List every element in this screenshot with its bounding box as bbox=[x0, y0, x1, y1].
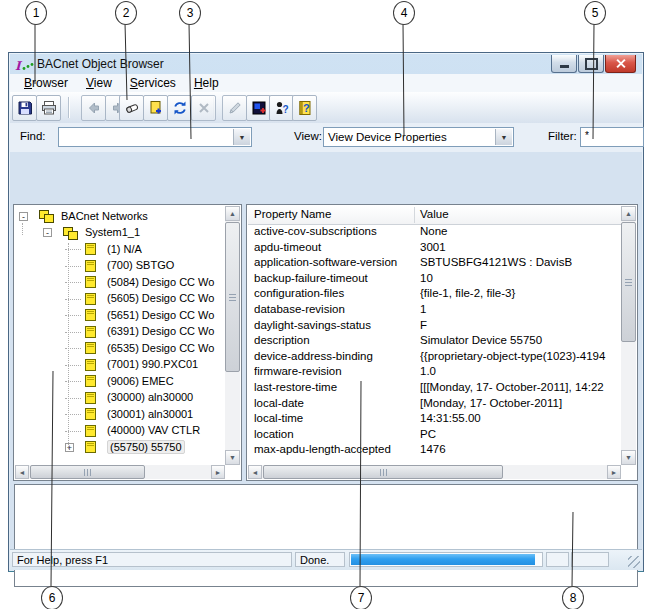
property-vertical-scrollbar[interactable]: ▲ ▼ bbox=[621, 206, 636, 465]
property-name-cell: local-date bbox=[254, 397, 412, 409]
tree-item[interactable]: (5084) Desigo CC Wo bbox=[15, 274, 225, 291]
device-icon bbox=[85, 359, 96, 371]
tree-item[interactable]: -BACnet Networks bbox=[15, 208, 225, 225]
chevron-down-icon[interactable]: ▼ bbox=[233, 129, 250, 145]
tree-item[interactable]: (1) N/A bbox=[15, 241, 225, 258]
tree-item[interactable]: (700) SBTGO bbox=[15, 258, 225, 275]
property-value-cell: [Monday, 17- October-2011] bbox=[420, 397, 619, 409]
view-combo[interactable]: View Device Properties ▼ bbox=[323, 127, 514, 147]
column-header-property-name[interactable]: Property Name bbox=[254, 208, 331, 220]
scroll-down-icon[interactable]: ▼ bbox=[225, 450, 240, 465]
close-button[interactable] bbox=[605, 55, 636, 73]
minimize-button[interactable] bbox=[551, 55, 577, 73]
save-button[interactable] bbox=[12, 95, 37, 121]
resize-grip[interactable] bbox=[628, 556, 640, 568]
menu-services[interactable]: Services bbox=[121, 74, 185, 92]
property-row[interactable]: device-address-binding{{proprietary-obje… bbox=[248, 349, 621, 365]
column-divider[interactable] bbox=[414, 207, 415, 223]
tree-hscroll-thumb[interactable] bbox=[30, 465, 145, 479]
chevron-down-icon[interactable]: ▼ bbox=[495, 129, 512, 145]
tree-guide bbox=[68, 243, 69, 449]
property-row[interactable]: local-time14:31:55.00 bbox=[248, 411, 621, 427]
add-object-button[interactable] bbox=[143, 95, 168, 121]
screenshot-canvas: 1 2 3 4 5 6 7 8 I BACnet Object Browser … bbox=[0, 0, 650, 609]
tree-item-label: (6391) Desigo CC Wo bbox=[107, 325, 214, 337]
status-bar: For Help, press F1 Done. bbox=[10, 549, 642, 570]
print-icon bbox=[41, 100, 57, 116]
print-button[interactable] bbox=[36, 95, 61, 121]
maximize-button[interactable] bbox=[578, 55, 604, 73]
context-help-button[interactable]: ? bbox=[269, 95, 294, 121]
toolbar-separator bbox=[68, 97, 70, 118]
property-row[interactable]: apdu-timeout3001 bbox=[248, 240, 621, 256]
tree-item[interactable]: (5605) Desigo CC Wo bbox=[15, 291, 225, 308]
app-window: I BACnet Object Browser BrowserViewServi… bbox=[8, 52, 644, 572]
tree-item[interactable]: (7001) 990.PXC01 bbox=[15, 357, 225, 374]
tree-item[interactable]: -System1_1 bbox=[15, 225, 225, 242]
tree-item-label: (30000) aln30000 bbox=[107, 391, 193, 403]
refresh-button[interactable] bbox=[167, 95, 192, 121]
progress-fill bbox=[351, 554, 535, 565]
close-icon bbox=[615, 58, 626, 69]
filter-input[interactable]: * bbox=[580, 127, 644, 147]
property-value-cell: 3001 bbox=[420, 241, 619, 253]
property-rows: active-cov-subscriptionsNoneapdu-timeout… bbox=[248, 224, 621, 465]
find-combo[interactable]: ▼ bbox=[58, 127, 252, 147]
tree-item[interactable]: (6391) Desigo CC Wo bbox=[15, 324, 225, 341]
scroll-down-icon[interactable]: ▼ bbox=[621, 450, 636, 465]
property-horizontal-scrollbar[interactable]: ◄ ► bbox=[248, 465, 621, 479]
property-value-cell: {{proprietary-object-type(1023)-4194 bbox=[420, 350, 619, 362]
tree-item[interactable]: (30000) aln30000 bbox=[15, 390, 225, 407]
tree-item[interactable]: (5651) Desigo CC Wo bbox=[15, 307, 225, 324]
property-row[interactable]: configuration-files{file-1, file-2, file… bbox=[248, 286, 621, 302]
tree-item-label: (5084) Desigo CC Wo bbox=[107, 276, 214, 288]
menu-browser[interactable]: Browser bbox=[15, 74, 77, 92]
column-header-value[interactable]: Value bbox=[420, 208, 449, 220]
scroll-right-icon[interactable]: ► bbox=[211, 465, 225, 479]
help-topics-button[interactable]: ? bbox=[292, 95, 317, 121]
tree-item[interactable]: (6535) Desigo CC Wo bbox=[15, 340, 225, 357]
property-row[interactable]: locationPC bbox=[248, 427, 621, 443]
property-row[interactable]: application-software-versionSBTUSBFG4121… bbox=[248, 255, 621, 271]
minimize-icon bbox=[560, 65, 569, 68]
scroll-right-icon[interactable]: ► bbox=[607, 465, 621, 479]
property-name-cell: max-apdu-length-accepted bbox=[254, 443, 412, 455]
tree-item-label: (30001) aln30001 bbox=[107, 408, 193, 420]
property-row[interactable]: backup-failure-timeout10 bbox=[248, 271, 621, 287]
property-row[interactable]: database-revision1 bbox=[248, 302, 621, 318]
menu-view[interactable]: View bbox=[77, 74, 121, 92]
device-icon bbox=[85, 425, 96, 437]
property-row[interactable]: max-apdu-length-accepted1476 bbox=[248, 442, 621, 458]
callout-3: 3 bbox=[179, 1, 201, 25]
property-row[interactable]: local-date[Monday, 17- October-2011] bbox=[248, 396, 621, 412]
property-value-cell: PC bbox=[420, 428, 619, 440]
property-row[interactable]: descriptionSimulator Device 55750 bbox=[248, 333, 621, 349]
property-row[interactable]: active-cov-subscriptionsNone bbox=[248, 224, 621, 240]
menu-help[interactable]: Help bbox=[185, 74, 228, 92]
tree-vertical-scrollbar[interactable]: ▲ ▼ bbox=[225, 206, 240, 465]
property-value-cell: 1476 bbox=[420, 443, 619, 455]
scroll-up-icon[interactable]: ▲ bbox=[621, 206, 636, 221]
scroll-up-icon[interactable]: ▲ bbox=[225, 206, 240, 221]
tree-rows: -BACnet Networks-System1_1(1) N/A(700) S… bbox=[15, 208, 225, 465]
property-row[interactable]: last-restore-time[[[Monday, 17- October-… bbox=[248, 380, 621, 396]
collapse-icon[interactable]: - bbox=[43, 228, 52, 237]
property-value-cell: [[[Monday, 17- October-2011], 14:22 bbox=[420, 381, 619, 393]
collapse-icon[interactable]: - bbox=[19, 212, 28, 221]
property-row[interactable]: firmware-revision1.0 bbox=[248, 364, 621, 380]
tree-horizontal-scrollbar[interactable]: ◄ ► bbox=[15, 465, 225, 479]
expand-icon[interactable]: + bbox=[65, 443, 74, 452]
erase-button[interactable] bbox=[119, 95, 144, 121]
device-manager-button[interactable] bbox=[246, 95, 271, 121]
property-row[interactable]: daylight-savings-statusF bbox=[248, 318, 621, 334]
property-hscroll-thumb[interactable] bbox=[263, 465, 503, 479]
tree-item[interactable]: +(55750) 55750 bbox=[15, 439, 225, 456]
scroll-left-icon[interactable]: ◄ bbox=[15, 465, 29, 479]
tree-item-label: (7001) 990.PXC01 bbox=[107, 358, 198, 370]
scroll-left-icon[interactable]: ◄ bbox=[248, 465, 262, 479]
tree-item[interactable]: (40000) VAV CTLR bbox=[15, 423, 225, 440]
tree-vscroll-thumb[interactable] bbox=[225, 222, 240, 372]
property-vscroll-thumb[interactable] bbox=[621, 222, 636, 342]
tree-item[interactable]: (9006) EMEC bbox=[15, 373, 225, 390]
tree-item[interactable]: (30001) aln30001 bbox=[15, 406, 225, 423]
